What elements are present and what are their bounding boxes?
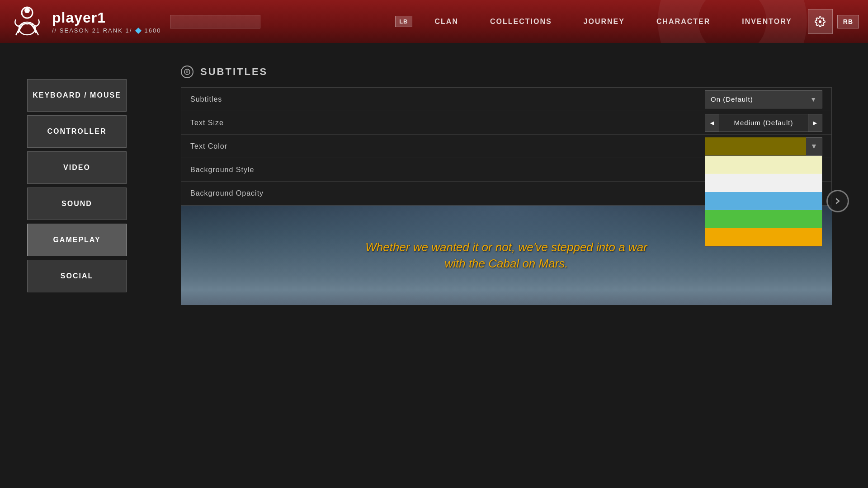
color-option-orange[interactable] [705,228,822,246]
sidebar-video[interactable]: VIDEO [27,151,127,184]
text-color-control: ▼ [705,137,822,155]
player-name: player1 [52,9,161,26]
scroll-indicator [826,190,849,212]
text-size-value: Medium (Default) [719,114,808,132]
text-color-swatch: ▼ [705,137,822,155]
text-size-stepper: ◄ Medium (Default) ► [705,114,822,132]
color-option-green[interactable] [705,210,822,228]
color-option-white[interactable] [705,174,822,192]
settings-table: Subtitles On (Default) ▼ Text Size ◄ Med… [181,87,832,206]
player-logo [9,4,45,40]
subtitles-control: On (Default) ▼ [705,90,822,108]
rb-badge: RB [837,15,859,28]
text-size-next-button[interactable]: ► [808,114,822,132]
subtitles-dropdown[interactable]: On (Default) ▼ [705,90,822,108]
nav-journey[interactable]: JOURNEY [568,0,641,43]
subtitles-section-icon [181,66,193,78]
background-style-label: Background Style [190,166,705,174]
sidebar-sound[interactable]: SOUND [27,188,127,220]
nav-inventory[interactable]: INVENTORY [726,0,807,43]
text-color-row: Text Color ▼ [181,135,831,158]
lb-badge: LB [395,16,412,27]
nav-character[interactable]: CHARACTER [641,0,726,43]
nav-collections[interactable]: COLLECTIONS [474,0,568,43]
color-option-cream[interactable] [705,156,822,174]
color-option-blue[interactable] [705,192,822,210]
color-picker-dropdown [705,155,822,247]
rank-diamond-icon [135,28,142,34]
nav-links: LB CLAN COLLECTIONS JOURNEY CHARACTER IN… [388,0,868,43]
background-opacity-label: Background Opacity [190,189,705,197]
preview-subtitle-text: Whether we wanted it or not, we've stepp… [365,239,647,272]
sidebar-controller[interactable]: CONTROLLER [27,115,127,148]
svg-point-1 [24,8,30,13]
text-size-control: ◄ Medium (Default) ► [705,114,822,132]
section-title: SUBTITLES [200,66,268,78]
search-bar [170,15,260,28]
sidebar: KEYBOARD / MOUSE CONTROLLER VIDEO SOUND … [0,43,145,488]
settings-button[interactable] [808,9,833,34]
nav-clan[interactable]: CLAN [419,0,474,43]
subtitles-row: Subtitles On (Default) ▼ [181,88,831,111]
top-nav: player1 // SEASON 21 RANK 1/ 1600 LB CLA… [0,0,868,43]
sidebar-keyboard-mouse[interactable]: KEYBOARD / MOUSE [27,79,127,112]
sidebar-social[interactable]: SOCIAL [27,260,127,292]
subtitles-value: On (Default) [711,95,753,103]
sidebar-gameplay[interactable]: GAMEPLAY [27,224,127,256]
section-header: SUBTITLES [181,66,832,78]
nav-leaderboard[interactable]: LB [388,0,419,43]
player-rank: // SEASON 21 RANK 1/ 1600 [52,27,161,34]
subtitles-label: Subtitles [190,95,705,103]
player-details: player1 // SEASON 21 RANK 1/ 1600 [52,9,161,34]
subtitles-dropdown-arrow-icon: ▼ [810,96,816,103]
settings-panel: SUBTITLES Subtitles On (Default) ▼ Text … [145,43,868,488]
text-size-row: Text Size ◄ Medium (Default) ► [181,111,831,135]
text-size-label: Text Size [190,119,705,127]
text-color-swatch-main[interactable] [705,137,806,155]
player-info: player1 // SEASON 21 RANK 1/ 1600 [0,4,269,40]
main-content: KEYBOARD / MOUSE CONTROLLER VIDEO SOUND … [0,43,868,488]
text-color-label: Text Color [190,142,705,150]
text-size-prev-button[interactable]: ◄ [705,114,719,132]
text-color-dropdown-button[interactable]: ▼ [806,137,822,155]
